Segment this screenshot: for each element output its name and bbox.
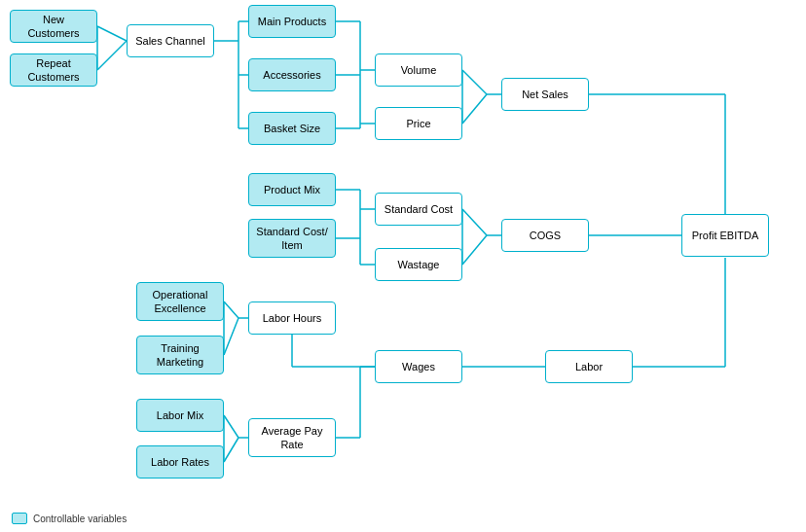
wages-node: Wages <box>375 350 462 383</box>
new-customers-node: New Customers <box>10 10 97 43</box>
average-pay-rate-node: Average Pay Rate <box>248 418 336 457</box>
standard-cost-node: Standard Cost <box>375 193 462 226</box>
svg-line-14 <box>462 70 487 94</box>
svg-line-32 <box>224 301 238 318</box>
labor-rates-node: Labor Rates <box>136 445 224 479</box>
cogs-node: COGS <box>501 219 589 252</box>
svg-line-1 <box>97 41 127 70</box>
training-marketing-node: Training Marketing <box>136 336 224 374</box>
svg-line-42 <box>224 438 238 462</box>
volume-node: Volume <box>375 53 462 87</box>
accessories-node: Accessories <box>248 58 336 91</box>
labor-hours-node: Labor Hours <box>248 301 336 335</box>
svg-line-33 <box>224 318 238 355</box>
svg-line-41 <box>224 415 238 438</box>
main-products-node: Main Products <box>248 5 336 38</box>
operational-excellence-node: Operational Excellence <box>136 282 224 321</box>
legend-label: Controllable variables <box>33 514 127 524</box>
net-sales-node: Net Sales <box>501 78 589 111</box>
svg-line-26 <box>462 235 487 265</box>
repeat-customers-node: Repeat Customers <box>10 53 97 87</box>
diagram-container: New Customers Repeat Customers Sales Cha… <box>0 0 806 532</box>
svg-line-25 <box>462 209 487 235</box>
legend-box <box>12 513 27 524</box>
price-node: Price <box>375 107 462 140</box>
standard-cost-item-node: Standard Cost/ Item <box>248 219 336 258</box>
labor-mix-node: Labor Mix <box>136 399 224 432</box>
svg-line-0 <box>97 26 127 41</box>
wastage-node: Wastage <box>375 248 462 281</box>
product-mix-node: Product Mix <box>248 173 336 206</box>
legend: Controllable variables <box>12 513 127 524</box>
labor-node: Labor <box>545 350 633 383</box>
profit-ebitda-node: Profit EBITDA <box>681 214 769 257</box>
svg-line-15 <box>462 94 487 124</box>
basket-size-node: Basket Size <box>248 112 336 145</box>
sales-channel-node: Sales Channel <box>127 24 214 57</box>
